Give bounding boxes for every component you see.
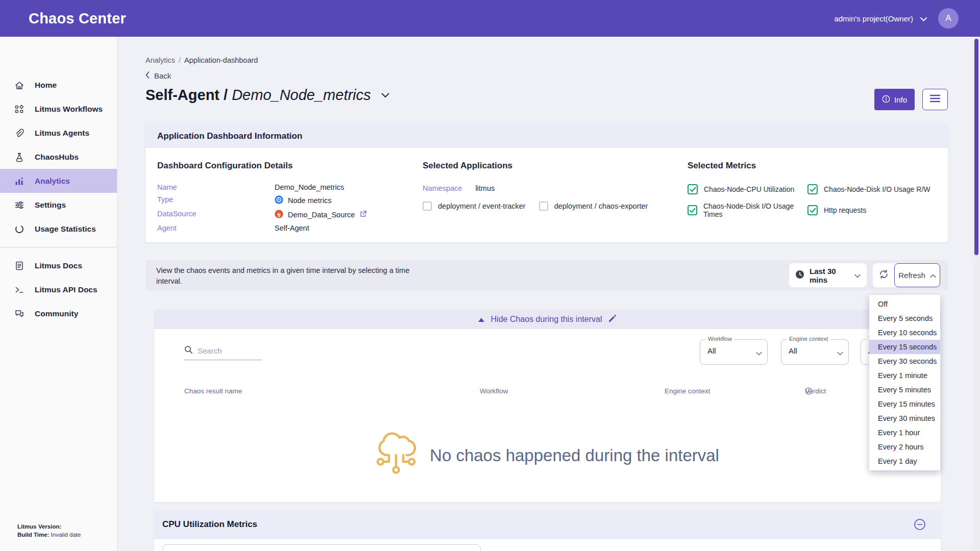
cpu-utilization-title: CPU Utilization Metrics <box>162 519 257 530</box>
menu-item-every-10-seconds[interactable]: Every 10 seconds <box>869 325 940 340</box>
verdict-info-icon[interactable] <box>805 387 813 395</box>
config-name-label: Name <box>157 183 275 191</box>
main-content: Analytics / Application-dashboard Back S… <box>117 37 980 551</box>
menu-item-every-30-seconds[interactable]: Every 30 seconds <box>869 354 940 368</box>
engine-context-filter-select[interactable]: Engine context All <box>781 339 849 365</box>
sidebar-item-community[interactable]: Community <box>0 302 117 325</box>
page-title: Self-Agent / Demo_Node_metrics <box>145 87 371 104</box>
info-button-label: Info <box>894 95 907 104</box>
menu-item-off[interactable]: Off <box>869 297 940 311</box>
menu-item-every-5-minutes[interactable]: Every 5 minutes <box>869 383 940 397</box>
time-range-value: Last 30 mins <box>810 267 849 284</box>
sidebar-item-litmus-api-docs[interactable]: Litmus API Docs <box>0 278 117 302</box>
menu-item-every-1-day[interactable]: Every 1 day <box>869 454 940 468</box>
metric-checkbox-cpu[interactable]: Chaos-Node-CPU Utilization <box>688 184 807 194</box>
checkbox-event-tracker[interactable]: deployment / event-tracker <box>423 202 526 211</box>
sidebar-item-settings[interactable]: Settings <box>0 193 117 217</box>
edit-pencil-icon[interactable] <box>608 314 617 324</box>
sync-button[interactable] <box>873 263 894 287</box>
metric-checkbox-http[interactable]: Http requests <box>807 202 930 218</box>
menu-item-every-1-minute[interactable]: Every 1 minute <box>869 368 940 383</box>
metric-checkbox-disk-rw[interactable]: Chaos-Node-Disk I/O Usage R/W <box>807 184 930 194</box>
document-icon <box>14 261 24 271</box>
checkbox-checked-icon <box>688 184 698 194</box>
avatar[interactable]: A <box>938 8 959 29</box>
search-input[interactable] <box>198 346 254 355</box>
chevron-up-icon <box>930 271 936 280</box>
workflow-filter-value: All <box>707 346 716 355</box>
breadcrumb-application-dashboard[interactable]: Application-dashboard <box>184 56 258 64</box>
chevron-down-icon <box>837 348 843 358</box>
sidebar-item-analytics[interactable]: Analytics <box>0 169 117 193</box>
chevron-down-icon <box>756 348 762 358</box>
paperclip-icon <box>14 128 24 138</box>
sidebar-item-chaoshubs[interactable]: ChaosHubs <box>0 145 117 169</box>
sidebar-item-home[interactable]: Home <box>0 73 117 97</box>
breadcrumb: Analytics / Application-dashboard <box>145 37 948 64</box>
hide-chaos-toggle[interactable]: Hide Chaos during this interval <box>154 310 941 329</box>
empty-message: No chaos happened during the interval <box>430 446 719 465</box>
menu-item-every-5-seconds[interactable]: Every 5 seconds <box>869 311 940 325</box>
triangle-up-icon <box>478 315 484 324</box>
search-field <box>184 345 262 360</box>
checkbox-unchecked-icon <box>423 202 432 211</box>
sidebar-item-litmus-docs[interactable]: Litmus Docs <box>0 254 117 278</box>
column-workflow: Workflow <box>480 387 508 395</box>
sidebar-item-usage-statistics[interactable]: Usage Statistics <box>0 217 117 241</box>
sidebar-item-label: ChaosHubs <box>35 153 79 162</box>
dashboard-menu-button[interactable] <box>922 89 948 110</box>
external-link-icon[interactable] <box>359 210 367 219</box>
title-chevron-down-icon[interactable] <box>381 93 389 98</box>
configuration-details-column: Dashboard Configuration Details Name Dem… <box>157 161 367 232</box>
menu-item-every-15-seconds[interactable]: Every 15 seconds <box>869 340 940 354</box>
chat-bubbles-icon <box>14 309 24 319</box>
info-button[interactable]: Info <box>874 89 915 110</box>
scrollbar-thumb[interactable] <box>974 39 978 255</box>
sidebar-item-label: Litmus Workflows <box>35 105 103 114</box>
cpu-utilization-section: CPU Utilization Metrics <box>154 510 941 551</box>
title-actions: Info <box>874 89 948 110</box>
time-range-dropdown[interactable]: Last 30 mins <box>789 263 867 287</box>
project-label: admin's project(Owner) <box>834 14 913 23</box>
search-icon <box>184 345 193 356</box>
chevron-down-icon <box>854 271 861 280</box>
project-dropdown[interactable]: admin's project(Owner) <box>834 14 927 23</box>
menu-item-every-30-minutes[interactable]: Every 30 minutes <box>869 411 940 425</box>
cpu-chart-card <box>162 544 481 551</box>
menu-item-every-1-hour[interactable]: Every 1 hour <box>869 425 940 440</box>
breadcrumb-analytics[interactable]: Analytics <box>145 56 175 64</box>
version-info: Litmus Version: Build Time: Invalid date <box>17 522 81 539</box>
title-agent: Self-Agent / <box>145 87 232 103</box>
avatar-letter: A <box>945 13 951 23</box>
menu-item-every-15-minutes[interactable]: Every 15 minutes <box>869 397 940 411</box>
selected-applications-title: Selected Applications <box>423 161 648 171</box>
dashboard-information-title: Application Dashboard Information <box>157 131 302 141</box>
interval-selector-bar: View the chaos events and metrics in a g… <box>145 260 948 290</box>
refresh-controls: Refresh <box>873 263 940 287</box>
cpu-utilization-header: CPU Utilization Metrics <box>154 510 941 539</box>
refresh-dropdown-button[interactable]: Refresh <box>894 263 940 287</box>
chevron-down-icon <box>920 14 927 23</box>
refresh-interval-menu: Off Every 5 seconds Every 10 seconds Eve… <box>869 295 940 470</box>
build-time-label: Build Time: <box>17 532 49 538</box>
menu-item-every-2-hours[interactable]: Every 2 hours <box>869 440 940 454</box>
build-time-value: Invalid date <box>51 532 81 538</box>
sidebar-item-label: Analytics <box>35 177 70 186</box>
sidebar-item-litmus-agents[interactable]: Litmus Agents <box>0 121 117 145</box>
column-chaos-result-name: Chaos result name <box>184 387 242 395</box>
checkbox-unchecked-icon <box>539 202 548 211</box>
engine-context-filter-label: Engine context <box>787 336 830 342</box>
metric-checkbox-disk-times[interactable]: Chaos-Node-Disk I/O Usage Times <box>688 202 807 218</box>
workflow-filter-select[interactable]: Workflow All <box>700 339 768 365</box>
clock-icon <box>795 270 804 281</box>
checkbox-chaos-exporter[interactable]: deployment / chaos-exporter <box>539 202 648 211</box>
sidebar-item-label: Community <box>35 309 78 318</box>
sidebar-item-litmus-workflows[interactable]: Litmus Workflows <box>0 97 117 121</box>
dashboard-information-header: Application Dashboard Information <box>145 124 948 148</box>
checkbox-checked-icon <box>688 205 697 215</box>
selected-metrics-column: Selected Metrics Chaos-Node-CPU Utilizat… <box>688 161 930 218</box>
back-button[interactable]: Back <box>145 71 181 80</box>
collapse-section-button[interactable] <box>913 518 926 531</box>
flask-icon <box>14 152 24 162</box>
selected-metrics-title: Selected Metrics <box>688 161 930 171</box>
